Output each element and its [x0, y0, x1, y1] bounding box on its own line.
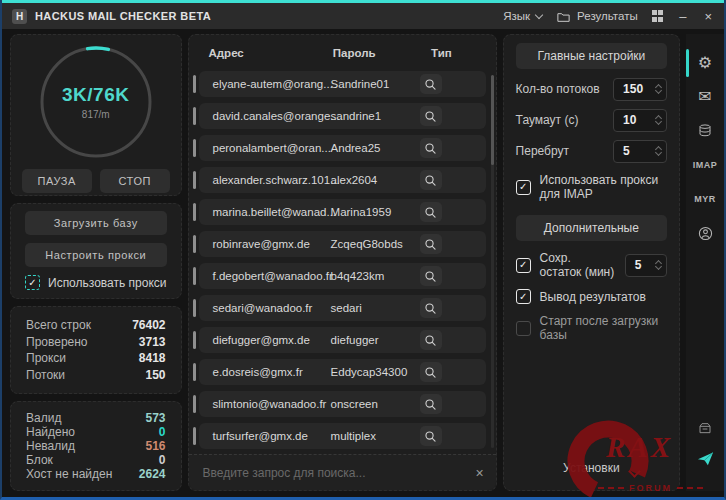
- sidebar-item-myr[interactable]: MYR: [694, 184, 716, 214]
- stats-results-card: Валид573 Найдено0 Невалид516 Блок0 Хост …: [10, 401, 182, 491]
- gear-icon: ⚙: [698, 55, 712, 71]
- sidebar-item-telegram[interactable]: [686, 443, 724, 473]
- clear-search-icon[interactable]: ×: [475, 465, 483, 481]
- search-input[interactable]: [201, 465, 468, 481]
- table-row: peronalambert@oran...Andrea25: [199, 135, 486, 161]
- table-row: elyane-autem@orang...Sandrine01: [199, 71, 486, 97]
- spinner-arrows-icon[interactable]: [656, 116, 661, 124]
- magnifier-icon: [424, 78, 437, 91]
- stat-row: Прокси8418: [26, 351, 166, 365]
- stat-row: Невалид516: [26, 439, 166, 453]
- minimize-button[interactable]: –: [677, 9, 688, 24]
- titlebar: H HACKUS MAIL CHECKER BETA Язык Результа…: [2, 3, 724, 29]
- sidebar-item-settings[interactable]: ⚙: [686, 48, 724, 78]
- app-title: HACKUS MAIL CHECKER BETA: [35, 10, 211, 22]
- spinner-arrows-icon[interactable]: [656, 85, 661, 93]
- timeout-spinner[interactable]: 10: [613, 109, 667, 132]
- row-search-button[interactable]: [420, 394, 442, 414]
- active-indicator: [686, 49, 689, 77]
- row-search-button[interactable]: [420, 234, 442, 254]
- row-search-button[interactable]: [420, 362, 442, 382]
- icon-sidebar: ⚙ ✉ IMAP MYR: [686, 34, 724, 491]
- row-search-button[interactable]: [420, 426, 442, 446]
- magnifier-icon: [424, 366, 437, 379]
- magnifier-icon: [424, 206, 437, 219]
- threads-field: Кол-во потоков 150: [516, 77, 667, 101]
- checkbox-box: ✓: [516, 180, 531, 195]
- stat-row: Проверено3713: [26, 335, 166, 349]
- row-search-button[interactable]: [420, 170, 442, 190]
- search-bar: ×: [189, 454, 496, 490]
- pause-button[interactable]: ПАУЗА: [22, 169, 92, 193]
- scrollbar-thumb[interactable]: [491, 75, 494, 165]
- paper-plane-icon: [696, 449, 715, 468]
- stat-row: Всего строк76402: [26, 318, 166, 332]
- table-row: marina.beillet@wanad...Marina1959: [199, 199, 486, 225]
- column-address: Адрес: [209, 47, 244, 59]
- main-area: 3K/76K 817/m ПАУЗА СТОП Загрузить базу Н…: [2, 29, 724, 497]
- load-base-button[interactable]: Загрузить базу: [25, 211, 167, 235]
- magnifier-icon: [424, 110, 437, 123]
- output-results-checkbox[interactable]: ✓ Вывод результатов: [516, 289, 667, 304]
- save-remainder-spinner[interactable]: 5: [625, 254, 667, 277]
- stat-row: Найдено0: [26, 425, 166, 439]
- app-logo: H: [12, 9, 27, 24]
- magnifier-icon: [424, 270, 437, 283]
- stop-button[interactable]: СТОП: [100, 169, 170, 193]
- checkbox-box: ✓: [516, 321, 531, 336]
- additional-settings-header: Дополнительные: [516, 215, 667, 241]
- sidebar-item-account[interactable]: [686, 218, 724, 248]
- stat-row: Хост не найден2624: [26, 467, 166, 481]
- row-search-button[interactable]: [420, 330, 442, 350]
- mail-icon: ✉: [698, 89, 711, 105]
- results-panel: Адрес Пароль Тип elyane-autem@orang...Sa…: [188, 34, 497, 491]
- magnifier-icon: [424, 334, 437, 347]
- use-proxy-checkbox[interactable]: ✓ Использовать прокси: [25, 275, 167, 290]
- progress-card: 3K/76K 817/m ПАУЗА СТОП: [10, 34, 182, 196]
- scrollbar[interactable]: [491, 75, 494, 448]
- row-search-button[interactable]: [420, 266, 442, 286]
- apps-grid-icon[interactable]: [652, 10, 664, 22]
- checkbox-box: ✓: [25, 275, 40, 290]
- row-search-button[interactable]: [420, 74, 442, 94]
- imap-proxy-checkbox[interactable]: ✓ Использовать прокси для IMAP: [516, 173, 667, 201]
- save-remainder-checkbox[interactable]: ✓ Сохр. остаток (мин) 5: [516, 251, 667, 279]
- database-icon: [697, 123, 713, 139]
- app-window: H HACKUS MAIL CHECKER BETA Язык Результа…: [0, 0, 726, 500]
- table-row: turfsurfer@gmx.demultiplex: [199, 423, 486, 449]
- results-button[interactable]: Результаты: [556, 9, 638, 24]
- bruteforce-spinner[interactable]: 5: [613, 140, 667, 163]
- configure-proxy-button[interactable]: Настроить прокси: [25, 243, 167, 267]
- table-row: robinrave@gmx.deZcqeqG8obds: [199, 231, 486, 257]
- table-row: alexander.schwarz.101...alex2604: [199, 167, 486, 193]
- threads-spinner[interactable]: 150: [613, 78, 667, 101]
- row-search-button[interactable]: [420, 138, 442, 158]
- sidebar-item-inbox[interactable]: [686, 413, 724, 443]
- magnifier-icon: [424, 398, 437, 411]
- language-menu[interactable]: Язык: [503, 10, 542, 22]
- spinner-arrows-icon[interactable]: [656, 147, 661, 155]
- magnifier-icon: [424, 174, 437, 187]
- base-actions-card: Загрузить базу Настроить прокси ✓ Исполь…: [10, 203, 182, 299]
- magnifier-icon: [424, 430, 437, 443]
- installs-section[interactable]: Установки: [516, 456, 667, 480]
- row-search-button[interactable]: [420, 106, 442, 126]
- sidebar-item-imap[interactable]: IMAP: [693, 150, 718, 180]
- spinner-arrows-icon[interactable]: [656, 261, 661, 269]
- stat-row: Блок0: [26, 453, 166, 467]
- sidebar-item-mail[interactable]: ✉: [686, 82, 724, 112]
- close-button[interactable]: ×: [702, 9, 714, 24]
- table-row: sedari@wanadoo.frsedari: [199, 295, 486, 321]
- sidebar-item-database[interactable]: [686, 116, 724, 146]
- progress-ring: 3K/76K 817/m: [37, 43, 155, 161]
- row-search-button[interactable]: [420, 298, 442, 318]
- magnifier-icon: [424, 302, 437, 315]
- column-type: Тип: [431, 47, 452, 59]
- results-label: Результаты: [577, 10, 638, 22]
- row-search-button[interactable]: [420, 202, 442, 222]
- folder-icon: [556, 9, 571, 24]
- table-row: f.degobert@wanadoo.frb4q423km: [199, 263, 486, 289]
- table-body: elyane-autem@orang...Sandrine01 david.ca…: [189, 71, 496, 454]
- table-row: david.canales@orange...sandrine1: [199, 103, 486, 129]
- start-after-load-checkbox[interactable]: ✓ Старт после загрузки базы: [516, 314, 667, 342]
